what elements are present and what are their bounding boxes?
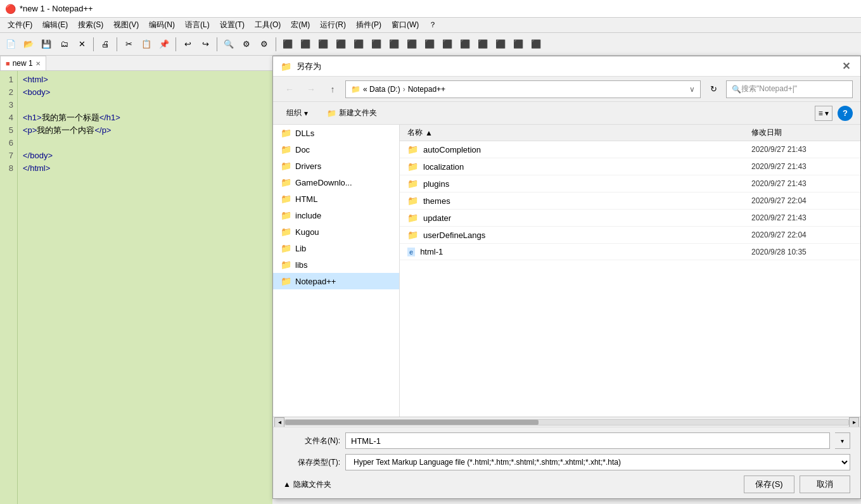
file-row-localization[interactable]: 📁 localization 2020/9/27 21:43 [400,158,860,175]
menu-help[interactable]: ？ [424,18,442,32]
toolbar-b7[interactable]: ⬛ [350,36,367,53]
file-row-html1[interactable]: e html-1 2020/9/28 10:35 [400,244,860,260]
code-content[interactable]: <html><body><h1>我的第一个标题</h1><p>我的第一个内容</… [18,71,272,504]
refresh-button[interactable]: ↻ [705,80,722,98]
toolbar-save[interactable]: 💾 [38,36,54,53]
nav-up-button[interactable]: ↑ [324,80,341,98]
folder-item-lib[interactable]: 📁 Lib [273,240,399,256]
new-folder-button[interactable]: 📁 新建文件夹 [321,105,383,121]
scroll-thumb[interactable] [285,420,539,425]
toolbar-find[interactable]: 🔍 [220,36,237,53]
folder-name: Kugou [295,227,319,237]
help-button[interactable]: ? [838,106,853,121]
file-row-updater[interactable]: 📁 updater 2020/9/27 21:43 [400,210,860,227]
toolbar-b11[interactable]: ⬛ [421,36,438,53]
menu-run[interactable]: 运行(R) [315,18,351,32]
toolbar-open[interactable]: 📂 [20,36,37,53]
scroll-right-button[interactable]: ▸ [849,417,859,427]
toolbar-new[interactable]: 📄 [3,36,19,53]
menu-window[interactable]: 窗口(W) [386,18,424,32]
tab-bar: ■ new 1 ✕ [0,56,272,71]
menu-settings[interactable]: 设置(T) [215,18,250,32]
filetype-label: 保存类型(T): [283,457,340,468]
folder-item-html[interactable]: 📁 HTML [273,191,399,207]
dialog-title-bar: 📁 另存为 ✕ [273,56,860,77]
folder-item-doc[interactable]: 📁 Doc [273,141,399,158]
folder-item-drivers[interactable]: 📁 Drivers [273,158,399,174]
toolbar-b1[interactable]: ⚙ [238,36,255,53]
folder-item-notepadpp[interactable]: 📁 Notepad++ [273,273,399,289]
filename-row: 文件名(N): ▾ [283,432,850,449]
menu-view[interactable]: 视图(V) [108,18,144,32]
toolbar-b17[interactable]: ⬛ [528,36,544,53]
dialog-title-left: 📁 另存为 [281,61,321,72]
menu-macro[interactable]: 宏(M) [286,18,315,32]
menu-file[interactable]: 文件(F) [3,18,37,32]
file-row-autocompletion[interactable]: 📁 autoCompletion 2020/9/27 21:43 [400,141,860,158]
file-row-plugins[interactable]: 📁 plugins 2020/9/27 21:43 [400,175,860,192]
header-name[interactable]: 名称 ▲ [407,127,751,138]
filename-dropdown-button[interactable]: ▾ [835,432,850,449]
toolbar-b12[interactable]: ⬛ [439,36,456,53]
save-button[interactable]: 保存(S) [744,476,794,493]
search-box[interactable]: 🔍 搜索"Notepad+|" [726,80,853,98]
scroll-left-button[interactable]: ◂ [274,417,284,427]
toolbar-b5[interactable]: ⬛ [315,36,331,53]
folder-icon: 📁 [407,213,418,223]
toolbar-paste[interactable]: 📌 [156,36,172,53]
filename-input[interactable] [345,432,830,449]
menu-tools[interactable]: 工具(O) [250,18,286,32]
cancel-button[interactable]: 取消 [800,476,850,493]
menu-search[interactable]: 搜索(S) [73,18,108,32]
folder-item-include[interactable]: 📁 include [273,207,399,224]
toolbar-redo[interactable]: ↪ [197,36,214,53]
toolbar-b10[interactable]: ⬛ [404,36,420,53]
hide-folders-toggle[interactable]: ▲ 隐藏文件夹 [283,479,331,490]
toolbar-b13[interactable]: ⬛ [457,36,473,53]
folder-item-kugou[interactable]: 📁 Kugou [273,224,399,240]
toolbar-b6[interactable]: ⬛ [333,36,349,53]
toolbar-b2[interactable]: ⚙ [256,36,272,53]
organize-button[interactable]: 组织 ▾ [281,105,314,121]
toolbar-b3[interactable]: ⬛ [279,36,296,53]
file-row-userdefinelang[interactable]: 📁 userDefineLangs 2020/9/27 22:04 [400,227,860,244]
file-date: 2020/9/27 22:04 [751,230,853,239]
dialog-close-button[interactable]: ✕ [839,60,853,72]
nav-back-button[interactable]: ← [281,80,298,98]
toolbar-save-all[interactable]: 🗂 [56,36,72,53]
file-date: 2020/9/27 21:43 [751,179,853,188]
menu-edit[interactable]: 编辑(E) [37,18,73,32]
toolbar-b9[interactable]: ⬛ [386,36,402,53]
tab-close-button[interactable]: ✕ [35,60,41,67]
menu-language[interactable]: 语言(L) [180,18,215,32]
nav-forward-button[interactable]: → [302,80,320,98]
toolbar-b14[interactable]: ⬛ [475,36,491,53]
toolbar-cut[interactable]: ✂ [120,36,137,53]
header-date[interactable]: 修改日期 [751,127,853,138]
toolbar-close[interactable]: ✕ [73,36,90,53]
tab-label: new 1 [13,59,33,68]
menu-plugins[interactable]: 插件(P) [351,18,386,32]
right-panel: 名称 ▲ 修改日期 📁 autoCompletion 2020/9/27 21:… [400,125,860,417]
folder-icon: 📁 [407,144,418,154]
file-name-cell: 📁 plugins [407,179,751,189]
editor-tab[interactable]: ■ new 1 ✕ [0,56,46,70]
file-name: updater [423,213,451,223]
toolbar-print[interactable]: 🖨 [97,36,113,53]
view-button[interactable]: ≡ ▾ [815,106,832,121]
folder-item-libs[interactable]: 📁 libs [273,256,399,273]
search-placeholder: 搜索"Notepad+|" [741,84,797,94]
toolbar-b4[interactable]: ⬛ [297,36,314,53]
folder-item-gamedownload[interactable]: 📁 GameDownlo... [273,174,399,191]
menu-encode[interactable]: 编码(N) [144,18,180,32]
toolbar-b16[interactable]: ⬛ [510,36,526,53]
filetype-select[interactable]: Hyper Text Markup Language file (*.html;… [345,454,850,470]
toolbar-b15[interactable]: ⬛ [492,36,509,53]
h-scrollbar[interactable]: ◂ ▸ [273,417,860,427]
toolbar-undo[interactable]: ↩ [179,36,196,53]
toolbar-copy[interactable]: 📋 [138,36,155,53]
folder-icon: 📁 [281,194,291,204]
toolbar-b8[interactable]: ⬛ [368,36,385,53]
file-row-themes[interactable]: 📁 themes 2020/9/27 22:04 [400,192,860,210]
folder-item-dlls[interactable]: 📁 DLLs [273,125,399,141]
